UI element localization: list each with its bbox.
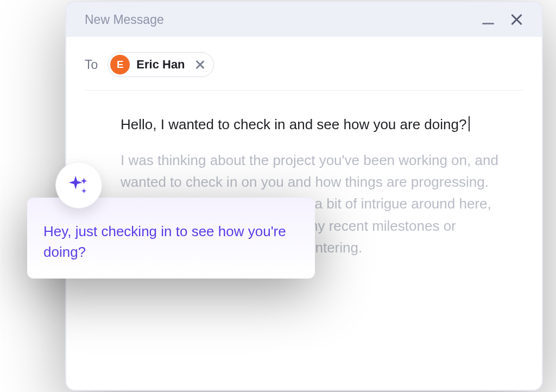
remove-recipient-icon[interactable] [194, 59, 206, 71]
to-label: To [85, 58, 98, 72]
body-main-text: Hello, I wanted to check in and see how … [121, 115, 498, 135]
ai-sparkle-button[interactable] [55, 162, 102, 208]
window-header: New Message [66, 2, 542, 37]
to-field-row[interactable]: To E Eric Han [85, 37, 523, 91]
text-caret [469, 116, 470, 131]
body-typed-text: Hello, I wanted to check in and see how … [121, 116, 466, 132]
suggestion-text: Hey, just checking in to see how you're … [43, 222, 299, 262]
sparkle-icon [66, 173, 91, 198]
compose-window: New Message To E Eric Han Hello, I wante… [65, 1, 543, 391]
window-controls [482, 12, 523, 27]
window-title: New Message [85, 12, 164, 27]
close-icon[interactable] [509, 12, 523, 27]
minimize-icon[interactable] [482, 23, 494, 24]
recipient-name: Eric Han [136, 58, 185, 72]
ai-suggestion-popup[interactable]: Hey, just checking in to see how you're … [27, 198, 315, 279]
avatar: E [110, 55, 130, 74]
recipient-chip[interactable]: E Eric Han [108, 52, 213, 77]
